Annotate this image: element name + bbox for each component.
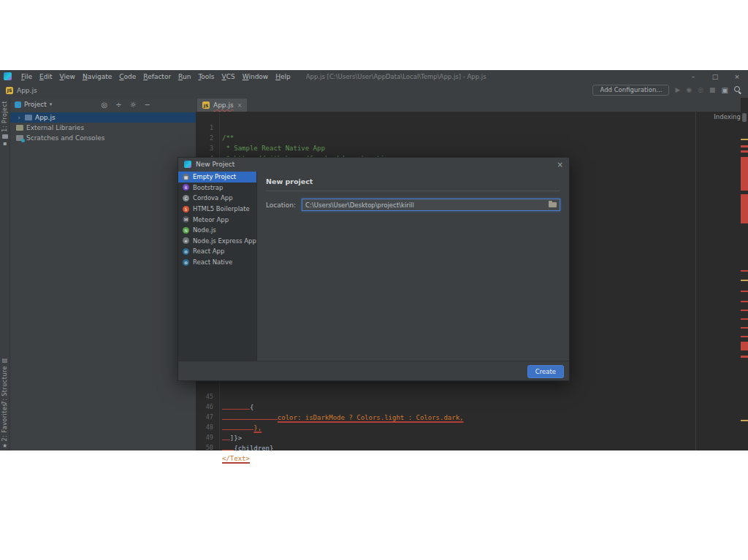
toolbar-right: Add Configuration... ▶◉◎■ ▣ xyxy=(592,85,742,96)
panel-toolbar-icon[interactable]: ☼ xyxy=(130,101,137,109)
project-type-item[interactable]: B Bootstrap xyxy=(178,183,256,193)
code-line[interactable]: 3 * https://github.com/facebook/react-na… xyxy=(196,133,739,143)
code-line[interactable]: 2 * Sample React Native App xyxy=(196,123,739,133)
tree-item-icon xyxy=(16,125,23,131)
menu-item[interactable]: VCS xyxy=(218,73,239,80)
create-button[interactable]: Create xyxy=(527,365,564,378)
error-stripe-mark xyxy=(741,270,748,272)
tree-item[interactable]: › App.js xyxy=(10,112,196,123)
toolbar-icon[interactable]: ▶ xyxy=(675,87,680,93)
project-type-label: Node.js xyxy=(193,226,216,234)
menu-item[interactable]: Run xyxy=(175,73,194,80)
panel-toolbar-icon[interactable]: − xyxy=(145,101,150,109)
menu-item[interactable]: Code xyxy=(115,73,140,80)
code-line[interactable]: 45 { xyxy=(196,381,739,391)
error-stripe-mark xyxy=(741,139,748,140)
error-stripe-mark xyxy=(741,145,748,147)
js-file-icon: JS xyxy=(6,87,13,94)
toolbar-icon[interactable]: ◉ xyxy=(686,87,692,93)
toolbar-icon[interactable]: ■ xyxy=(709,87,716,93)
tree-item-icon xyxy=(25,115,32,120)
location-input[interactable] xyxy=(302,202,549,209)
project-type-item[interactable]: 5 HTML5 Boilerplate xyxy=(178,204,256,215)
menu-item[interactable]: Navigate xyxy=(79,73,115,80)
tab-appjs[interactable]: JS App.js × xyxy=(197,99,247,112)
sidebar-item-favorites[interactable]: 2: Favorites ★ xyxy=(0,403,9,449)
tree-item-label: Scratches and Consoles xyxy=(26,134,104,142)
code-line[interactable]: 50 </Text> xyxy=(196,432,739,442)
project-type-item[interactable]: C Cordova App xyxy=(178,193,256,204)
project-type-item[interactable]: ▦ Empty Project xyxy=(178,172,256,183)
project-type-icon: ⊛ xyxy=(183,248,189,255)
error-stripe-mark xyxy=(741,318,748,320)
tree-item[interactable]: Scratches and Consoles xyxy=(10,133,196,143)
code-line[interactable]: 49 {children} xyxy=(196,422,739,432)
tool-window-icon[interactable]: ▣ xyxy=(722,87,728,94)
menu-item[interactable]: Help xyxy=(272,73,294,80)
project-type-icon: ⊛ xyxy=(183,259,189,266)
structure-strip-label: 7: Structure xyxy=(1,366,8,405)
new-project-dialog: New Project × ▦ Empty Project B Bootstra… xyxy=(178,157,570,381)
chevron-right-icon[interactable]: › xyxy=(16,115,22,121)
close-icon[interactable]: × xyxy=(557,161,563,169)
project-type-label: HTML5 Boilerplate xyxy=(193,205,250,212)
project-tree: › App.js External Libraries xyxy=(10,112,196,143)
bookmark-icon[interactable]: ▪ xyxy=(3,141,7,147)
menu-item[interactable]: Tools xyxy=(194,73,218,80)
project-panel-title[interactable]: Project xyxy=(24,101,47,108)
chevron-down-icon[interactable]: ▾ xyxy=(50,101,53,107)
tree-item[interactable]: External Libraries xyxy=(10,123,196,133)
error-stripe-scrollbar[interactable] xyxy=(741,98,748,450)
code-line[interactable]: 1 /** xyxy=(196,112,739,123)
project-type-item[interactable]: ⊛ React App xyxy=(178,246,256,257)
project-panel-header: Project ▾ ◎÷☼− xyxy=(10,98,196,111)
browse-folder-icon[interactable] xyxy=(549,202,557,207)
project-type-icon: e xyxy=(183,237,189,244)
folder-icon xyxy=(2,134,8,139)
code-line[interactable]: 4 * xyxy=(196,143,739,153)
code-text: </Text> xyxy=(222,455,250,462)
sidebar-item-project[interactable]: 1: Project ▪ xyxy=(0,101,9,147)
project-type-item[interactable]: N Node.js xyxy=(178,225,256,236)
menu-item[interactable]: Refactor xyxy=(140,73,175,80)
panel-toolbar-icon[interactable]: ÷ xyxy=(115,101,121,109)
project-type-label: React App xyxy=(193,248,224,255)
dialog-title-bar: New Project × xyxy=(178,158,569,171)
menu-bar: FileEditViewNavigateCodeRefactorRunTools… xyxy=(18,73,294,80)
window-control-button[interactable]: □ xyxy=(704,70,726,83)
project-panel-toolbar: ◎÷☼− xyxy=(102,101,191,109)
add-configuration-button[interactable]: Add Configuration... xyxy=(592,85,669,96)
breadcrumb-label: App.js xyxy=(17,87,37,94)
navigation-bar: JS App.js Add Configuration... ▶◉◎■ ▣ xyxy=(0,83,748,98)
menu-item[interactable]: View xyxy=(56,73,79,80)
panel-toolbar-icon[interactable]: ◎ xyxy=(102,101,108,109)
project-type-list: ▦ Empty Project B Bootstrap C Cordova Ap… xyxy=(178,172,257,361)
error-stripe-mark xyxy=(741,327,748,329)
project-type-item[interactable]: e Node.js Express App xyxy=(178,236,256,247)
editor-tab-bar: JS App.js × xyxy=(196,98,748,112)
project-type-item[interactable]: ⊛ React Native xyxy=(178,257,256,268)
project-type-label: Bootstrap xyxy=(193,184,223,191)
error-stripe-mark xyxy=(741,150,748,153)
menu-item[interactable]: Edit xyxy=(36,73,56,80)
error-stripe-mark xyxy=(741,310,748,311)
code-line[interactable]: 46 color: isDarkMode ? Colors.light : Co… xyxy=(196,391,739,402)
window-control-button[interactable]: × xyxy=(726,70,748,83)
error-stripe-mark xyxy=(741,157,748,191)
project-type-icon: ▦ xyxy=(183,174,189,180)
sidebar-item-structure[interactable]: ▤ 7: Structure xyxy=(0,358,9,405)
star-icon: ★ xyxy=(2,443,7,449)
code-line[interactable]: 47 }, xyxy=(196,402,739,412)
menu-item[interactable]: File xyxy=(18,73,36,80)
window-control-button[interactable]: – xyxy=(682,70,704,83)
breadcrumb[interactable]: JS App.js xyxy=(6,87,37,94)
close-icon[interactable]: × xyxy=(237,102,243,109)
favorites-strip-label: 2: Favorites xyxy=(1,403,8,441)
project-type-item[interactable]: M Meteor App xyxy=(178,214,256,225)
tree-item-label: App.js xyxy=(35,114,56,121)
search-icon[interactable] xyxy=(734,86,742,94)
toolbar-icon[interactable]: ◎ xyxy=(698,87,703,93)
dialog-body: New project Location: xyxy=(257,172,569,361)
code-line[interactable]: 48 ]}> xyxy=(196,412,739,422)
menu-item[interactable]: Window xyxy=(239,73,272,80)
